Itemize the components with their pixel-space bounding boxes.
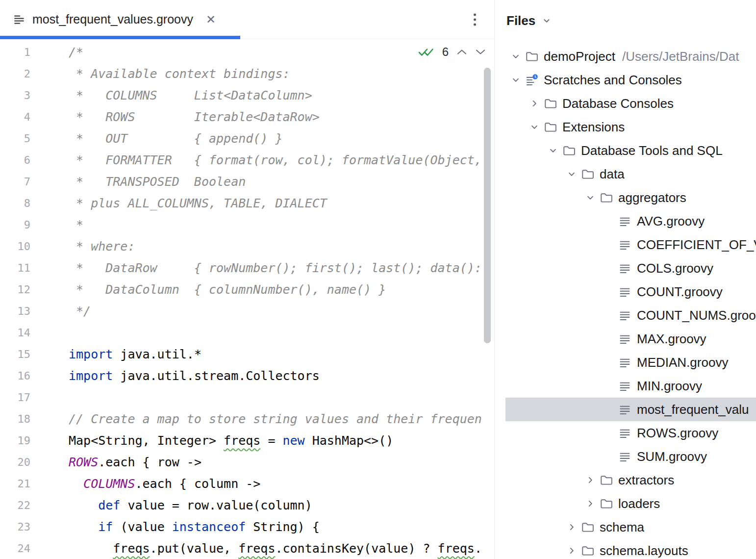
chevron-right-icon[interactable]	[585, 475, 600, 485]
file-icon	[618, 380, 633, 393]
tree-item-label: COUNT_NUMS.groo	[637, 308, 756, 323]
tree-item-label: AVG.groovy	[637, 214, 705, 229]
line-number: 19	[0, 434, 30, 447]
tree-item-schema[interactable]: schema	[505, 515, 756, 539]
line-number: 12	[0, 283, 30, 296]
tree-item-most-frequent-valu[interactable]: most_frequent_valu	[505, 398, 756, 421]
tree-item-label: SUM.groovy	[637, 449, 707, 464]
chevron-down-icon[interactable]	[548, 145, 562, 156]
line-number: 14	[0, 327, 30, 339]
inspections-ok-icon[interactable]	[418, 46, 434, 58]
tree-item-rows-groovy[interactable]: ROWS.groovy	[505, 421, 756, 445]
code-line: 7 * TRANSPOSED Boolean	[0, 171, 494, 192]
code-line-text: // Create a map to store string values a…	[30, 412, 482, 426]
inspections-widget: 6	[418, 45, 486, 59]
tree-item-label: Scratches and Consoles	[544, 73, 682, 88]
code-line: 10 * where:	[0, 235, 494, 257]
more-options-icon[interactable]	[471, 10, 479, 28]
editor-scrollbar[interactable]	[484, 68, 491, 343]
code-line: 22 def value = row.value(column)	[0, 494, 494, 516]
code-line: 23 if (value instanceof String) {	[0, 516, 494, 537]
tree-item-label: aggregators	[618, 190, 686, 205]
chevron-right-icon[interactable]	[566, 545, 581, 556]
tab-title: most_frequent_values.groovy	[32, 12, 193, 26]
tree-item-max-groovy[interactable]: MAX.groovy	[505, 327, 756, 351]
tree-item-label: data	[600, 167, 625, 182]
line-number: 18	[0, 413, 30, 425]
file-tree: demoProject/Users/JetBrains/DatScratches…	[495, 45, 756, 559]
chevron-down-icon[interactable]	[529, 122, 544, 132]
folder-icon	[562, 144, 577, 157]
code-line: 5 * OUT { append() }	[0, 127, 494, 149]
code-line-text: *	[30, 218, 83, 232]
tab-most-frequent-values[interactable]: most_frequent_values.groovy ✕	[0, 0, 240, 39]
prev-problem-icon[interactable]	[456, 49, 467, 55]
tree-item-label: loaders	[618, 496, 660, 511]
tree-item-scratches-and-consoles[interactable]: Scratches and Consoles	[505, 68, 756, 92]
tree-item-schema-layouts[interactable]: schema.layouts	[505, 539, 756, 559]
tree-item-label: schema	[600, 520, 644, 535]
line-number: 13	[0, 305, 30, 317]
code-lines: 1/*2 * Available context bindings:3 * CO…	[0, 41, 494, 559]
tree-item-demoproject[interactable]: demoProject/Users/JetBrains/Dat	[505, 45, 756, 68]
files-panel-header[interactable]: Files	[495, 0, 756, 41]
close-icon[interactable]: ✕	[206, 14, 216, 25]
code-line: 19Map<String, Integer> freqs = new HashM…	[0, 430, 494, 451]
tree-item-count-groovy[interactable]: COUNT.groovy	[505, 280, 756, 304]
code-line-text: ROWS.each { row ->	[30, 455, 202, 469]
tree-item-label: ROWS.groovy	[637, 426, 718, 441]
tree-item-label: extractors	[618, 473, 674, 488]
chevron-down-icon[interactable]	[510, 75, 525, 85]
tree-item-database-consoles[interactable]: Database Consoles	[505, 92, 756, 115]
code-line-text: * DataRow { rowNumber(); first(); last()…	[30, 261, 482, 275]
groovy-file-icon	[13, 13, 25, 26]
tree-item-path: /Users/JetBrains/Dat	[622, 49, 739, 64]
code-line: 16import java.util.stream.Collectors	[0, 365, 494, 386]
code-line-text: /*	[30, 45, 83, 59]
tree-item-label: Extensions	[562, 120, 625, 135]
scratches-icon	[525, 74, 540, 87]
tree-item-label: COEFFICIENT_OF_V	[637, 237, 756, 253]
tree-item-count-nums-groo[interactable]: COUNT_NUMS.groo	[505, 304, 756, 327]
code-line-text: import java.util.*	[30, 347, 202, 361]
tree-item-label: MEDIAN.groovy	[637, 355, 728, 370]
tree-item-data[interactable]: data	[505, 162, 756, 186]
code-line-text: def value = row.value(column)	[30, 498, 312, 512]
tree-item-database-tools-and-sql[interactable]: Database Tools and SQL	[505, 139, 756, 162]
tree-item-median-groovy[interactable]: MEDIAN.groovy	[505, 351, 756, 374]
tree-item-sum-groovy[interactable]: SUM.groovy	[505, 445, 756, 468]
code-line-text: if (value instanceof String) {	[30, 520, 320, 534]
code-editor[interactable]: 1/*2 * Available context bindings:3 * CO…	[0, 39, 494, 559]
code-line-text: freqs.put(value, freqs.containsKey(value…	[30, 541, 482, 556]
tree-item-avg-groovy[interactable]: AVG.groovy	[505, 209, 756, 233]
tree-item-extractors[interactable]: extractors	[505, 468, 756, 492]
folder-icon	[581, 168, 596, 181]
code-line-text: * FORMATTER { format(row, col); formatVa…	[30, 153, 482, 167]
chevron-down-icon[interactable]	[510, 51, 525, 62]
chevron-down-icon[interactable]	[585, 192, 600, 203]
tab-bar: most_frequent_values.groovy ✕	[0, 0, 494, 39]
code-line-text: * COLUMNS List<DataColumn>	[30, 88, 312, 102]
tree-item-extensions[interactable]: Extensions	[505, 115, 756, 139]
tree-item-aggregators[interactable]: aggregators	[505, 186, 756, 209]
code-line: 17	[0, 386, 494, 408]
folder-icon	[544, 97, 558, 110]
code-line: 11 * DataRow { rowNumber(); first(); las…	[0, 257, 494, 279]
line-number: 1	[0, 46, 30, 58]
chevron-down-icon[interactable]	[566, 169, 581, 179]
line-number: 10	[0, 240, 30, 253]
tree-item-min-groovy[interactable]: MIN.groovy	[505, 374, 756, 398]
chevron-right-icon[interactable]	[585, 498, 600, 509]
tree-item-cols-groovy[interactable]: COLS.groovy	[505, 256, 756, 280]
chevron-down-icon[interactable]	[541, 15, 552, 26]
next-problem-icon[interactable]	[475, 49, 486, 55]
tree-item-label: Database Consoles	[562, 96, 674, 111]
tree-item-coefficient-of-v[interactable]: COEFFICIENT_OF_V	[505, 233, 756, 256]
chevron-right-icon[interactable]	[529, 98, 544, 109]
chevron-right-icon[interactable]	[566, 522, 581, 533]
code-line: 15import java.util.*	[0, 343, 494, 365]
tree-item-loaders[interactable]: loaders	[505, 492, 756, 515]
code-line: 18// Create a map to store string values…	[0, 408, 494, 430]
code-line: 4 * ROWS Iterable<DataRow>	[0, 106, 494, 127]
folder-icon	[600, 497, 614, 510]
